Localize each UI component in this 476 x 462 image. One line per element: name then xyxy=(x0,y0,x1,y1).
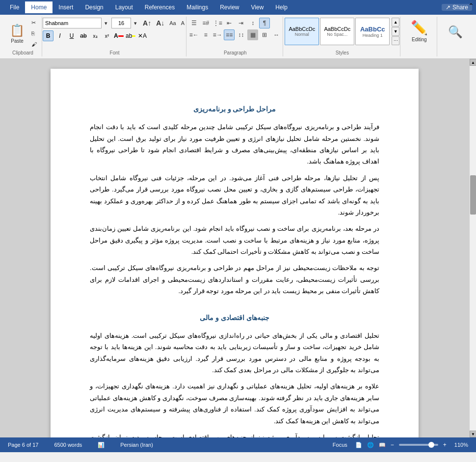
align-left-button[interactable]: ≡← xyxy=(188,29,199,40)
document-stats-icon[interactable]: 📊 xyxy=(95,441,107,449)
search-icon: 🔍 xyxy=(448,25,463,39)
font-grow-button[interactable]: A↑ xyxy=(141,18,153,28)
styles-expand[interactable]: ⋯ xyxy=(392,36,399,45)
change-case-button[interactable]: Aa xyxy=(167,18,178,28)
paragraph-1-3: در مرحله بعد، برنامه‌ریزی برای ساخت و نص… xyxy=(90,223,379,257)
style-normal[interactable]: AaBbCcDc Normal xyxy=(285,18,319,45)
search-area: 🔍 xyxy=(442,18,469,51)
bold-button[interactable]: B xyxy=(43,30,53,41)
borders-button[interactable]: ⊞ xyxy=(259,29,270,40)
style-nospace[interactable]: AaBbCcDc No Spac... xyxy=(320,18,354,45)
ribbon-group-styles: AaBbCcDc Normal AaBbCcDc No Spac... AaBb… xyxy=(284,17,400,56)
style-heading1-preview: AaBbCc xyxy=(360,26,385,33)
tab-review[interactable]: Review xyxy=(214,1,245,13)
tab-view[interactable]: View xyxy=(245,1,270,13)
page-count[interactable]: Page 6 of 17 xyxy=(5,441,41,449)
view-mode-print-icon[interactable]: 📄 xyxy=(355,442,362,448)
highlight-color-button[interactable]: ab xyxy=(125,30,136,41)
document-container: مراحل طراحی و برنامه‌ریزی فرآیند طراحی و… xyxy=(0,59,476,437)
show-marks-button[interactable]: ¶ xyxy=(259,18,270,28)
collapse-ribbon-button[interactable]: ⌃ xyxy=(468,2,474,10)
sort-button[interactable]: ↕ xyxy=(247,18,258,28)
share-label: Share xyxy=(452,4,468,11)
paste-button[interactable]: 📋 Paste xyxy=(7,18,27,49)
ribbon-tab-bar: File Home Insert Design Layout Reference… xyxy=(0,0,476,15)
scroll-up-button[interactable]: ▲ xyxy=(470,59,476,66)
text-color-button[interactable]: A xyxy=(113,30,124,41)
align-center-button[interactable]: ≡ xyxy=(200,29,211,40)
align-right-button[interactable]: ≡→ xyxy=(212,29,223,40)
font-size-input[interactable] xyxy=(111,18,131,28)
font-shrink-button[interactable]: A↓ xyxy=(154,18,166,28)
ribbon-group-editing: ✏️ Editing xyxy=(401,17,437,56)
bidi-button[interactable]: ↔ xyxy=(271,29,282,40)
strikethrough-button[interactable]: ab xyxy=(78,30,89,41)
text-effects-button[interactable]: A xyxy=(179,18,186,28)
share-icon: ↗ xyxy=(446,4,450,11)
tab-insert[interactable]: Insert xyxy=(53,1,79,13)
zoom-out-button[interactable]: − xyxy=(391,441,394,448)
document-scroll[interactable]: مراحل طراحی و برنامه‌ریزی فرآیند طراحی و… xyxy=(0,59,469,437)
scroll-track xyxy=(470,66,476,431)
tab-references[interactable]: References xyxy=(139,1,181,13)
list-buttons-row: ☰ ≡# ⋮≡ ⇤ ⇥ ↕ ¶ xyxy=(188,18,282,28)
decrease-indent-button[interactable]: ⇤ xyxy=(224,18,235,28)
status-right: Focus 📄 🌐 📖 − + 110% xyxy=(330,441,471,449)
focus-button[interactable]: Focus xyxy=(330,441,350,449)
styles-label: Styles xyxy=(336,50,349,55)
underline-button[interactable]: U xyxy=(66,30,77,41)
subscript-button[interactable]: x₂ xyxy=(90,30,101,41)
view-mode-web-icon[interactable]: 🌐 xyxy=(367,442,374,448)
line-spacing-button[interactable]: ↕↕ xyxy=(236,29,246,40)
editing-icon: ✏️ xyxy=(411,20,428,36)
styles-area: AaBbCcDc Normal AaBbCcDc No Spac... AaBb… xyxy=(285,18,399,52)
editing-area: ✏️ Editing xyxy=(404,18,434,49)
copy-button[interactable]: ⎘ xyxy=(29,28,39,38)
format-painter-button[interactable]: 🖌 xyxy=(29,39,39,49)
word-count[interactable]: 6500 words xyxy=(51,441,85,449)
cut-icon: ✂ xyxy=(31,20,36,26)
share-button[interactable]: ↗ Share xyxy=(442,4,472,11)
bullet-list-button[interactable]: ☰ xyxy=(188,18,199,28)
language[interactable]: Persian (Iran) xyxy=(117,441,156,449)
tab-layout[interactable]: Layout xyxy=(109,1,139,13)
scroll-down-button[interactable]: ▼ xyxy=(470,431,476,437)
italic-button[interactable]: I xyxy=(54,30,65,41)
cut-button[interactable]: ✂ xyxy=(29,18,39,27)
justify-button[interactable]: ≡≡ xyxy=(224,29,235,40)
numbered-list-button[interactable]: ≡# xyxy=(200,18,211,28)
clear-formatting-button[interactable]: ✕A xyxy=(137,30,148,41)
multilevel-list-button[interactable]: ⋮≡ xyxy=(212,18,223,28)
shading-button[interactable]: ▦ xyxy=(247,29,258,40)
styles-scroll-down[interactable]: ▼ xyxy=(392,27,399,36)
search-button[interactable]: 🔍 xyxy=(446,20,465,44)
clipboard-extras: ✂ ⎘ 🖌 xyxy=(29,18,39,49)
tab-mailings[interactable]: Mailings xyxy=(181,1,214,13)
font-name-dropdown[interactable]: ▾ xyxy=(103,18,110,28)
styles-gallery: AaBbCcDc Normal AaBbCcDc No Spac... AaBb… xyxy=(285,18,399,45)
zoom-level[interactable]: 110% xyxy=(451,441,471,449)
zoom-slider[interactable] xyxy=(399,444,438,446)
style-nospace-label: No Spac... xyxy=(327,32,347,37)
tab-design[interactable]: Design xyxy=(79,1,109,13)
paragraph-1-4: توجه به ملاحظات زیست‌محیطی نیز از مراحل … xyxy=(90,262,379,297)
font-name-input[interactable] xyxy=(43,18,102,28)
zoom-in-button[interactable]: + xyxy=(443,441,447,448)
font-size-dropdown[interactable]: ▾ xyxy=(132,18,140,28)
styles-scroll-up[interactable]: ▲ xyxy=(392,18,399,27)
font-controls: ▾ ▾ A↑ A↓ Aa A B I U ab x₂ x² A xyxy=(43,18,186,48)
tab-help[interactable]: Help xyxy=(269,1,293,13)
paragraph-2-1: تحلیل اقتصادی و مالی یکی از بخش‌های حیات… xyxy=(90,330,379,376)
superscript-button[interactable]: x² xyxy=(102,30,112,41)
ribbon-group-search: 🔍 xyxy=(438,17,472,56)
zoom-thumb[interactable] xyxy=(428,442,434,448)
style-heading1[interactable]: AaBbCc Heading 1 xyxy=(355,18,390,45)
view-mode-read-icon[interactable]: 📖 xyxy=(379,442,386,448)
tab-home[interactable]: Home xyxy=(25,1,53,13)
style-heading1-label: Heading 1 xyxy=(363,33,383,38)
section-title-2: جنبه‌های اقتصادی و مالی xyxy=(90,312,379,324)
tab-file[interactable]: File xyxy=(4,1,25,13)
increase-indent-button[interactable]: ⇥ xyxy=(236,18,246,28)
vertical-scrollbar: ▲ ▼ xyxy=(469,59,476,437)
scroll-thumb[interactable] xyxy=(470,175,476,215)
